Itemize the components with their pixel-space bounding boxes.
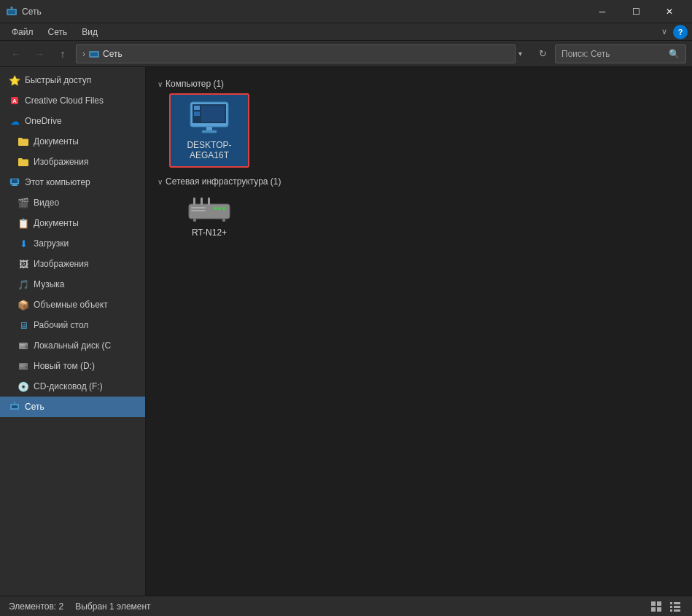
router-icon: [186, 197, 233, 223]
sidebar-label-creative-cloud: Creative Cloud Files: [25, 95, 104, 106]
minimize-button[interactable]: ─: [586, 0, 619, 23]
sidebar-item-desktop[interactable]: 🖥 Рабочий стол: [0, 315, 145, 335]
menu-view[interactable]: Вид: [74, 26, 105, 39]
close-button[interactable]: ✕: [653, 0, 686, 23]
svg-rect-49: [670, 606, 672, 608]
svg-point-22: [14, 402, 15, 404]
menu-chevron-icon[interactable]: ∨: [658, 26, 670, 38]
help-button[interactable]: ?: [673, 25, 688, 39]
sidebar-item-video[interactable]: 🎬 Видео: [0, 192, 145, 213]
network-item-desktop[interactable]: DESKTOP-AEGA16T: [169, 93, 249, 168]
address-dropdown-icon[interactable]: ▾: [518, 50, 530, 58]
svg-rect-11: [12, 185, 18, 186]
search-placeholder: Поиск: Сеть: [561, 49, 666, 59]
sidebar: ⭐ Быстрый доступ A Creative Cloud Files …: [0, 67, 146, 596]
svg-rect-50: [674, 606, 680, 608]
desktop-icon: 🖥: [18, 319, 29, 331]
svg-rect-29: [201, 106, 225, 122]
svg-rect-10: [12, 184, 17, 185]
svg-rect-47: [670, 602, 672, 604]
network-icon: [9, 401, 20, 413]
tile-view-button[interactable]: [648, 599, 664, 615]
sidebar-item-documents-od[interactable]: Документы: [0, 131, 145, 152]
sidebar-item-documents[interactable]: 📋 Документы: [0, 213, 145, 233]
forward-button[interactable]: →: [29, 44, 50, 64]
sidebar-item-network[interactable]: Сеть: [0, 397, 145, 417]
content-area: ∨ Компьютер (1): [146, 67, 692, 596]
sidebar-label-new-volume: Новый том (D:): [34, 361, 95, 371]
svg-rect-41: [193, 219, 196, 222]
sidebar-label-local-disk: Локальный диск (С: [34, 340, 111, 351]
title-bar-controls: ─ ☐ ✕: [586, 0, 686, 23]
sidebar-item-downloads[interactable]: ⬇ Загрузки: [0, 233, 145, 254]
title-bar-title: Сеть: [22, 7, 586, 17]
group-label-computers: Компьютер (1): [166, 79, 224, 89]
sidebar-label-documents: Документы: [34, 218, 79, 228]
svg-rect-44: [657, 601, 661, 606]
network-item-router[interactable]: RT-N12+: [169, 191, 249, 243]
view-controls: [648, 599, 683, 615]
sidebar-item-music[interactable]: 🎵 Музыка: [0, 274, 145, 295]
svg-rect-19: [20, 366, 23, 367]
router-label: RT-N12+: [192, 227, 227, 238]
menu-network[interactable]: Сеть: [41, 26, 75, 39]
up-button[interactable]: ↑: [53, 44, 73, 64]
svg-rect-14: [20, 344, 25, 346]
sidebar-item-creative-cloud[interactable]: A Creative Cloud Files: [0, 90, 145, 111]
svg-rect-39: [201, 198, 203, 205]
search-box[interactable]: Поиск: Сеть 🔍: [555, 44, 686, 63]
group-header-infrastructure: ∨ Сетевая инфраструктура (1): [158, 176, 680, 187]
svg-rect-27: [194, 106, 200, 110]
back-button[interactable]: ←: [6, 44, 26, 64]
objects-icon: 📦: [18, 299, 29, 311]
sidebar-label-downloads: Загрузки: [34, 238, 69, 249]
sidebar-label-video: Видео: [34, 198, 59, 208]
onedrive-icon: ☁: [9, 115, 20, 127]
svg-rect-46: [657, 607, 661, 612]
element-count: Элементов: 2: [9, 601, 63, 612]
sidebar-item-images-od[interactable]: Изображения: [0, 152, 145, 172]
sidebar-label-onedrive: OneDrive: [25, 116, 62, 126]
group-label-infrastructure: Сетевая инфраструктура (1): [166, 176, 281, 187]
svg-point-13: [26, 346, 28, 348]
menu-file[interactable]: Файл: [4, 26, 41, 39]
sidebar-label-desktop: Рабочий стол: [34, 320, 88, 330]
maximize-button[interactable]: ☐: [619, 0, 653, 23]
svg-rect-15: [20, 346, 23, 346]
documents-icon: 📋: [18, 217, 29, 229]
chevron-computers-icon[interactable]: ∨: [158, 80, 163, 88]
search-icon[interactable]: 🔍: [669, 49, 680, 59]
svg-rect-34: [191, 210, 206, 211]
address-path[interactable]: › Сеть: [76, 44, 516, 63]
svg-rect-48: [674, 602, 680, 604]
sidebar-label-music: Музыка: [34, 279, 64, 289]
svg-rect-28: [194, 112, 200, 116]
sidebar-item-objects[interactable]: 📦 Объемные объект: [0, 295, 145, 315]
refresh-button[interactable]: ↻: [533, 44, 552, 63]
path-text: Сеть: [103, 49, 123, 59]
sidebar-item-new-volume[interactable]: Новый том (D:): [0, 356, 145, 376]
sidebar-item-local-disk[interactable]: Локальный диск (С: [0, 335, 145, 356]
sidebar-label-images: Изображения: [34, 259, 88, 269]
status-bar: Элементов: 2 Выбран 1 элемент: [0, 596, 692, 616]
svg-rect-51: [670, 609, 672, 612]
sidebar-item-cd-drive[interactable]: 💿 CD-дисковод (F:): [0, 376, 145, 397]
cd-drive-icon: 💿: [18, 381, 29, 392]
title-bar: Сеть ─ ☐ ✕: [0, 0, 692, 23]
infrastructure-grid: RT-N12+: [169, 191, 680, 243]
sidebar-label-this-pc: Этот компьютер: [25, 177, 90, 187]
svg-point-36: [218, 207, 221, 210]
sidebar-item-quick-access[interactable]: ⭐ Быстрый доступ: [0, 70, 145, 90]
sidebar-item-this-pc[interactable]: Этот компьютер: [0, 172, 145, 192]
svg-rect-21: [12, 405, 18, 408]
computers-grid: DESKTOP-AEGA16T: [169, 93, 680, 168]
creative-cloud-icon: A: [9, 95, 20, 106]
selected-count: Выбран 1 элемент: [75, 601, 150, 612]
sidebar-item-images[interactable]: 🖼 Изображения: [0, 254, 145, 274]
quick-access-icon: ⭐: [9, 74, 20, 86]
sidebar-item-onedrive[interactable]: ☁ OneDrive: [0, 111, 145, 131]
list-view-button[interactable]: [667, 599, 683, 615]
chevron-infra-icon[interactable]: ∨: [158, 178, 163, 186]
svg-rect-5: [90, 52, 98, 56]
svg-rect-33: [191, 207, 206, 208]
